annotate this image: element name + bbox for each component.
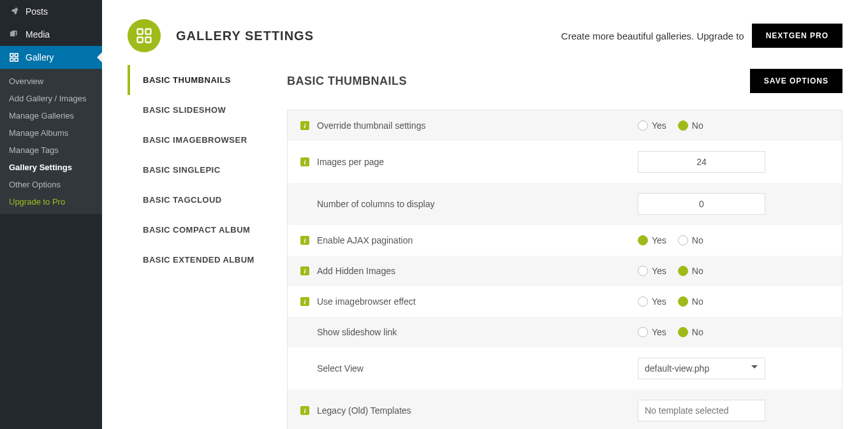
pin-icon	[8, 5, 20, 18]
radio-circle-icon	[678, 296, 688, 307]
info-icon[interactable]: i	[300, 236, 309, 245]
svg-rect-6	[138, 37, 143, 42]
radio-circle-icon	[638, 327, 648, 337]
tab-basic-thumbnails[interactable]: BASIC THUMBNAILS	[128, 65, 268, 95]
radio-circle-icon	[678, 327, 688, 337]
radio-label: Yes	[652, 120, 666, 131]
radio-circle-icon	[638, 235, 648, 245]
section-title: BASIC THUMBNAILS	[287, 75, 407, 88]
svg-rect-3	[15, 58, 18, 61]
tab-basic-singlepic[interactable]: BASIC SINGLEPIC	[128, 155, 268, 185]
setting-row-images_per_page: iImages per page	[288, 141, 842, 183]
page-header: GALLERY SETTINGS Create more beautiful g…	[102, 0, 868, 65]
radio-hidden-yes[interactable]: Yes	[638, 266, 666, 276]
setting-row-imagebrowser: iUse imagebrowser effectYesNo	[288, 286, 842, 317]
content-area: GALLERY SETTINGS Create more beautiful g…	[102, 0, 868, 429]
setting-label-text: Images per page	[317, 157, 384, 167]
radio-label: No	[692, 327, 703, 337]
svg-rect-2	[10, 58, 13, 61]
setting-row-slideshow_link: Show slideshow linkYesNo	[288, 317, 842, 347]
input-columns[interactable]	[638, 193, 765, 215]
settings-table: iOverride thumbnail settingsYesNoiImages…	[287, 110, 842, 429]
radio-circle-icon	[638, 120, 648, 131]
admin-sidebar: PostsMediaGallery OverviewAdd Gallery / …	[0, 0, 102, 429]
menu-label: Posts	[26, 6, 48, 17]
radio-label: Yes	[652, 266, 666, 276]
promo-text: Create more beautiful galleries. Upgrade…	[561, 31, 744, 41]
select-select_view[interactable]: default-view.php	[638, 358, 765, 379]
radio-circle-icon	[678, 266, 688, 276]
info-icon[interactable]: i	[300, 157, 309, 166]
settings-tabs: BASIC THUMBNAILSBASIC SLIDESHOWBASIC IMA…	[128, 65, 268, 429]
radio-label: No	[692, 296, 703, 307]
svg-rect-1	[15, 54, 18, 57]
radio-slideshow_link-no[interactable]: No	[678, 327, 703, 337]
setting-row-columns: Number of columns to display	[288, 183, 842, 225]
menu-item-media[interactable]: Media	[0, 23, 102, 46]
svg-rect-4	[138, 29, 143, 34]
radio-label: No	[692, 266, 703, 276]
setting-row-hidden: iAdd Hidden ImagesYesNo	[288, 256, 842, 286]
submenu-manage-tags[interactable]: Manage Tags	[0, 142, 102, 159]
setting-label-text: Add Hidden Images	[317, 266, 395, 276]
tab-basic-tagcloud[interactable]: BASIC TAGCLOUD	[128, 185, 268, 215]
menu-item-posts[interactable]: Posts	[0, 0, 102, 23]
media-icon	[8, 28, 20, 41]
radio-ajax-no[interactable]: No	[678, 235, 703, 245]
radio-label: Yes	[652, 296, 666, 307]
submenu-gallery-settings[interactable]: Gallery Settings	[0, 159, 102, 176]
submenu-upgrade-to-pro[interactable]: Upgrade to Pro	[0, 193, 102, 210]
setting-label-text: Select View	[317, 363, 364, 374]
svg-rect-7	[145, 37, 151, 42]
submenu-manage-galleries[interactable]: Manage Galleries	[0, 107, 102, 124]
save-options-button[interactable]: SAVE OPTIONS	[750, 69, 842, 93]
tab-basic-compact-album[interactable]: BASIC COMPACT ALBUM	[128, 215, 268, 245]
radio-label: Yes	[652, 235, 666, 245]
svg-rect-5	[145, 29, 151, 34]
input-legacy[interactable]	[638, 400, 765, 421]
radio-circle-icon	[678, 120, 688, 131]
radio-override-no[interactable]: No	[678, 120, 703, 131]
setting-label-text: Use imagebrowser effect	[317, 296, 416, 307]
tab-basic-extended-album[interactable]: BASIC EXTENDED ALBUM	[128, 245, 268, 275]
setting-label-text: Override thumbnail settings	[317, 120, 425, 131]
radio-imagebrowser-yes[interactable]: Yes	[638, 296, 666, 307]
tab-basic-slideshow[interactable]: BASIC SLIDESHOW	[128, 95, 268, 125]
svg-rect-0	[10, 54, 13, 57]
info-icon[interactable]: i	[300, 297, 309, 306]
submenu-overview[interactable]: Overview	[0, 73, 102, 90]
radio-circle-icon	[678, 235, 688, 245]
gallery-icon	[8, 51, 20, 64]
radio-circle-icon	[638, 296, 648, 307]
setting-row-ajax: iEnable AJAX paginationYesNo	[288, 225, 842, 256]
input-images_per_page[interactable]	[638, 151, 765, 173]
radio-circle-icon	[638, 266, 648, 276]
radio-slideshow_link-yes[interactable]: Yes	[638, 327, 666, 337]
setting-label-text: Number of columns to display	[317, 199, 434, 209]
radio-hidden-no[interactable]: No	[678, 266, 703, 276]
menu-label: Media	[26, 29, 50, 40]
submenu-add-gallery-images[interactable]: Add Gallery / Images	[0, 90, 102, 107]
page-title: GALLERY SETTINGS	[176, 29, 314, 43]
setting-label-text: Enable AJAX pagination	[317, 235, 413, 245]
radio-override-yes[interactable]: Yes	[638, 120, 666, 131]
radio-label: No	[692, 120, 703, 131]
radio-label: No	[692, 235, 703, 245]
menu-item-gallery[interactable]: Gallery	[0, 46, 102, 69]
submenu-manage-albums[interactable]: Manage Albums	[0, 124, 102, 142]
setting-row-override: iOverride thumbnail settingsYesNo	[288, 110, 842, 141]
setting-row-select_view: Select Viewdefault-view.php	[288, 347, 842, 389]
setting-row-legacy: iLegacy (Old) Templates	[288, 389, 842, 429]
setting-label-text: Show slideshow link	[317, 327, 397, 337]
upgrade-pro-button[interactable]: NEXTGEN PRO	[752, 24, 842, 48]
info-icon[interactable]: i	[300, 406, 309, 415]
gallery-logo-icon	[128, 19, 161, 52]
radio-imagebrowser-no[interactable]: No	[678, 296, 703, 307]
submenu-other-options[interactable]: Other Options	[0, 176, 102, 193]
tab-basic-imagebrowser[interactable]: BASIC IMAGEBROWSER	[128, 125, 268, 155]
info-icon[interactable]: i	[300, 121, 309, 130]
setting-label-text: Legacy (Old) Templates	[317, 405, 411, 416]
radio-ajax-yes[interactable]: Yes	[638, 235, 666, 245]
info-icon[interactable]: i	[300, 266, 309, 275]
radio-label: Yes	[652, 327, 666, 337]
